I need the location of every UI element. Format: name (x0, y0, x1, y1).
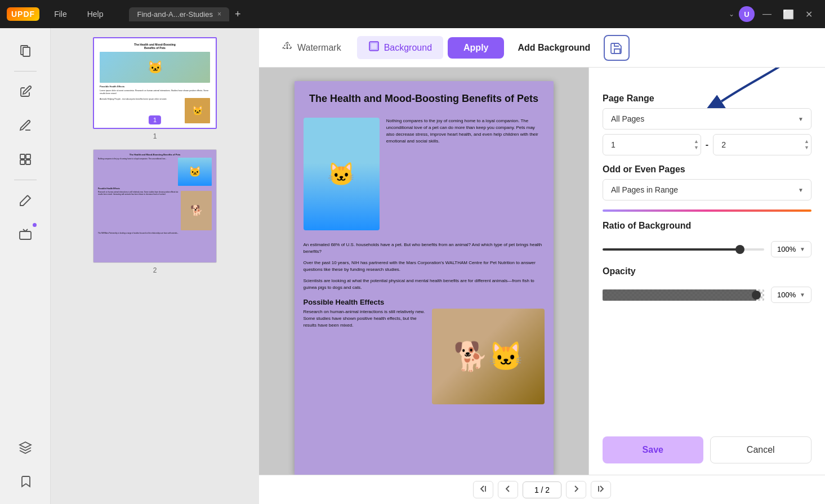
minimize-button[interactable]: — (759, 8, 775, 20)
sidebar-annotate-btn[interactable] (10, 110, 41, 141)
sidebar-tools-btn[interactable] (10, 185, 41, 216)
apply-button[interactable]: Apply (448, 37, 504, 59)
odd-even-section: Odd or Even Pages All Pages in Range (603, 164, 811, 200)
svg-rect-13 (371, 43, 377, 49)
watermark-tab[interactable]: Watermark (270, 36, 353, 59)
thumbnail-page-2[interactable]: The Health and Mood-Boosting Benefits of… (93, 149, 217, 274)
section-title: Possible Health Effects (304, 295, 545, 309)
ratio-slider-thumb[interactable] (735, 245, 744, 254)
new-tab-button[interactable]: + (231, 8, 244, 20)
maximize-button[interactable]: ⬜ (779, 8, 797, 21)
svg-marker-9 (20, 442, 31, 448)
left-sidebar (0, 28, 51, 504)
sidebar-effects-btn[interactable] (10, 218, 41, 250)
tab-bar: Find-and-A...er-Studies × + (129, 7, 818, 21)
sidebar-organize-btn[interactable] (10, 144, 41, 175)
arrow-annotation-container (603, 79, 811, 84)
save-icon-button[interactable] (604, 35, 630, 61)
thumb-label-2: 2 (153, 266, 157, 274)
bottom-navigation: 1 / 2 (259, 475, 825, 504)
main-layout: The Health and Mood-BoostingBenefits of … (0, 28, 825, 504)
ratio-value: 100% (777, 245, 796, 253)
range-to-spinners: ▲ ▼ (804, 139, 809, 150)
user-avatar[interactable]: U (739, 6, 755, 22)
ratio-title: Ratio of Background (603, 221, 811, 231)
save-button[interactable]: Save (603, 436, 703, 463)
cat-image: 🐱 (304, 118, 380, 230)
svg-rect-7 (20, 160, 25, 164)
background-icon (368, 41, 380, 55)
background-tab[interactable]: Background (357, 36, 443, 59)
bottom-text: Scientists are looking at what the poten… (304, 278, 545, 295)
first-page-button[interactable] (473, 481, 493, 498)
sidebar-edit-btn[interactable] (10, 76, 41, 108)
tab-close-icon[interactable]: × (217, 10, 221, 18)
odd-even-dropdown-wrapper: All Pages in Range (603, 179, 811, 200)
sidebar-layers-btn[interactable] (10, 432, 41, 463)
thumbnail-panel: The Health and Mood-BoostingBenefits of … (51, 28, 259, 504)
sidebar-divider-1 (14, 71, 37, 72)
page-range-inputs: ▲ ▼ - ▲ ▼ (603, 134, 811, 155)
thumbnail-page-1[interactable]: The Health and Mood-BoostingBenefits of … (93, 37, 217, 140)
range-from-down[interactable]: ▼ (694, 145, 699, 150)
sidebar-bookmark-btn[interactable] (10, 466, 41, 497)
prev-page-button[interactable] (498, 481, 518, 498)
ratio-value-box: 100% ▼ (771, 241, 811, 257)
pdf-view: The Health and Mood-Boosting Benefits of… (259, 68, 588, 475)
app-logo: UPDF (7, 7, 39, 21)
ratio-row: 100% ▼ (603, 241, 811, 257)
svg-rect-4 (23, 47, 30, 56)
dropdown-arrow-icon[interactable]: ⌄ (729, 10, 734, 18)
opacity-slider-track[interactable] (603, 289, 764, 301)
opacity-slider-thumb[interactable] (752, 291, 761, 300)
opacity-slider-fill (603, 289, 756, 301)
panel-actions: Save Cancel (603, 427, 811, 463)
page-badge-1: 1 (149, 115, 161, 124)
svg-rect-6 (26, 154, 30, 159)
sidebar-divider-2 (14, 180, 37, 180)
close-button[interactable]: ✕ (802, 8, 816, 21)
gradient-bar (603, 209, 811, 212)
all-pages-dropdown[interactable]: All Pages (603, 108, 811, 130)
view-panel-container: The Health and Mood-Boosting Benefits of… (259, 68, 825, 475)
right-panel: Page Range All Pages ▲ ▼ (588, 68, 825, 475)
page-lower: Scientists are looking at what the poten… (295, 278, 554, 409)
help-menu[interactable]: Help (82, 7, 109, 21)
background-label: Background (384, 43, 432, 53)
file-menu[interactable]: File (48, 7, 73, 21)
range-to-down[interactable]: ▼ (804, 145, 809, 150)
ratio-section: Ratio of Background 100% ▼ (603, 221, 811, 257)
opacity-title: Opacity (603, 266, 811, 276)
svg-rect-5 (20, 154, 25, 159)
page-body-2: An estimated 68% of U.S. households have… (295, 242, 554, 260)
ratio-value-arrow[interactable]: ▼ (800, 246, 805, 252)
content-area: Watermark Background Apply Add Backgroun… (259, 28, 825, 504)
opacity-value: 100% (777, 291, 796, 299)
odd-even-dropdown[interactable]: All Pages in Range (603, 179, 811, 200)
thumb-frame-2: The Health and Mood-Boosting Benefits of… (93, 149, 217, 263)
titlebar: UPDF File Help Find-and-A...er-Studies ×… (0, 0, 825, 28)
tab-label: Find-and-A...er-Studies (137, 10, 212, 19)
page-range-section: Page Range All Pages ▲ ▼ (603, 93, 811, 155)
range-to-up[interactable]: ▲ (804, 139, 809, 144)
lower-content: Research on human-animal interactions is… (304, 309, 545, 404)
last-page-button[interactable] (591, 481, 611, 498)
range-to-input[interactable] (713, 134, 811, 155)
range-from-input[interactable] (603, 134, 701, 155)
watermark-label: Watermark (297, 43, 341, 53)
range-to-wrapper: ▲ ▼ (713, 134, 811, 155)
page-body-3: Over the past 10 years, NIH has partnere… (295, 260, 554, 278)
sidebar-pages-btn[interactable] (10, 35, 41, 66)
ratio-slider-track[interactable] (603, 248, 764, 251)
range-from-up[interactable]: ▲ (694, 139, 699, 144)
top-toolbar: Watermark Background Apply Add Backgroun… (259, 28, 825, 68)
opacity-value-arrow[interactable]: ▼ (800, 292, 805, 298)
opacity-row: 100% ▼ (603, 287, 811, 303)
cancel-button[interactable]: Cancel (710, 436, 812, 463)
odd-even-title: Odd or Even Pages (603, 164, 811, 175)
page-two-col: 🐱 Nothing compares to the joy of coming … (295, 118, 554, 242)
page-indicator: 1 / 2 (523, 481, 561, 498)
next-page-button[interactable] (566, 481, 586, 498)
document-tab[interactable]: Find-and-A...er-Studies × (129, 7, 229, 21)
add-background-label: Add Background (509, 38, 599, 57)
